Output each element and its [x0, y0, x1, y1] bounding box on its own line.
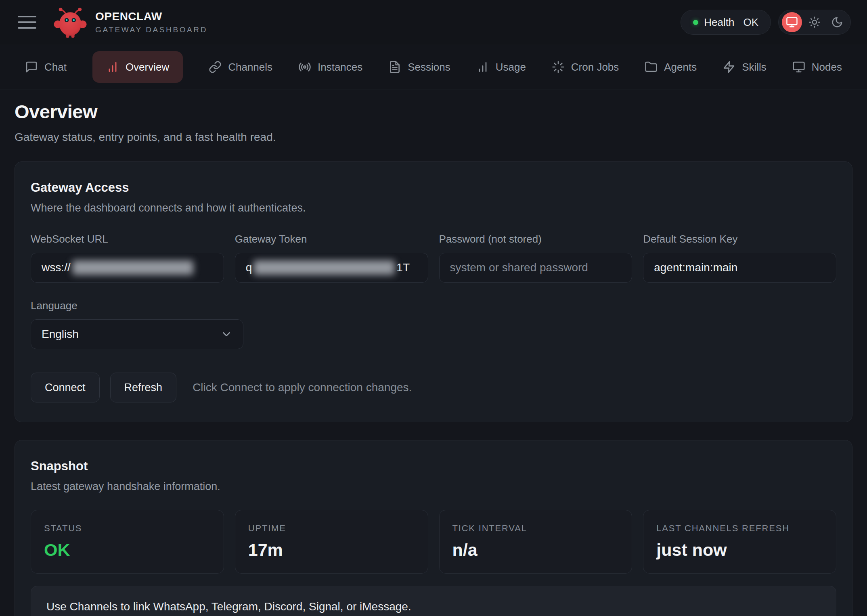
gateway-token-field: Gateway Token q 1T — [235, 233, 428, 283]
menu-icon[interactable] — [18, 16, 36, 29]
gateway-token-prefix: q — [246, 261, 252, 274]
link-icon — [209, 61, 222, 73]
stat-label: LAST CHANNELS REFRESH — [656, 523, 823, 534]
language-select[interactable]: English — [31, 319, 243, 349]
channels-hint-text: Use Channels to link WhatsApp, Telegram,… — [46, 600, 411, 613]
tab-nodes[interactable]: Nodes — [792, 61, 842, 73]
channels-hint-note: Use Channels to link WhatsApp, Telegram,… — [31, 586, 836, 616]
openclaw-mascot-logo-icon — [52, 4, 88, 40]
monitor-icon — [792, 61, 805, 73]
brand-title: OPENCLAW — [95, 10, 207, 23]
bar-chart-icon — [476, 61, 489, 73]
theme-dark-button[interactable] — [827, 12, 847, 32]
language-selected-value: English — [42, 328, 79, 341]
sun-icon — [808, 16, 821, 28]
stat-value: 17m — [248, 540, 415, 560]
language-label: Language — [31, 300, 836, 312]
tick-interval-stat-tile: TICK INTERVAL n/a — [439, 510, 632, 574]
session-key-value: agent:main:main — [654, 261, 737, 274]
tab-label: Chat — [44, 61, 67, 73]
tab-label: Skills — [742, 61, 766, 73]
tab-cron-jobs[interactable]: Cron Jobs — [552, 61, 619, 73]
tab-label: Instances — [318, 61, 362, 73]
gateway-token-input[interactable]: q 1T — [235, 253, 428, 283]
tab-label: Overview — [126, 61, 169, 73]
page-title: Overview — [15, 101, 852, 123]
brand: OPENCLAW GATEWAY DASHBOARD — [52, 4, 207, 40]
theme-light-button[interactable] — [804, 12, 825, 32]
snapshot-subtitle: Latest gateway handshake information. — [31, 480, 836, 493]
zap-icon — [722, 61, 735, 73]
main-content: Overview Gateway status, entry points, a… — [0, 101, 867, 616]
health-badge[interactable]: Health OK — [681, 10, 771, 35]
tab-channels[interactable]: Channels — [209, 61, 272, 73]
folder-icon — [645, 61, 658, 73]
tab-label: Agents — [664, 61, 697, 73]
tab-label: Cron Jobs — [571, 61, 619, 73]
websocket-url-prefix: wss:// — [42, 261, 71, 274]
chevron-down-icon — [220, 328, 232, 340]
chat-icon — [25, 61, 38, 73]
status-stat-tile: STATUS OK — [31, 510, 224, 574]
snapshot-title: Snapshot — [31, 459, 836, 474]
password-label: Password (not stored) — [439, 233, 632, 245]
gateway-access-subtitle: Where the dashboard connects and how it … — [31, 202, 836, 214]
stat-label: UPTIME — [248, 523, 415, 534]
tab-usage[interactable]: Usage — [476, 61, 526, 73]
health-value: OK — [743, 16, 758, 29]
tab-label: Channels — [228, 61, 272, 73]
last-channels-refresh-stat-tile: LAST CHANNELS REFRESH just now — [643, 510, 836, 574]
theme-switcher — [778, 10, 851, 35]
moon-icon — [831, 16, 843, 28]
tab-agents[interactable]: Agents — [645, 61, 697, 73]
websocket-url-field: WebSocket URL wss:// — [31, 233, 224, 283]
health-status-dot-icon — [693, 20, 698, 25]
stat-value: OK — [44, 540, 211, 560]
theme-system-button[interactable] — [782, 12, 802, 32]
file-text-icon — [388, 61, 401, 73]
password-field: Password (not stored) — [439, 233, 632, 283]
gateway-access-card: Gateway Access Where the dashboard conne… — [15, 161, 852, 422]
redacted-value — [72, 260, 193, 275]
tab-label: Sessions — [408, 61, 450, 73]
loader-icon — [552, 61, 565, 73]
tab-label: Nodes — [812, 61, 842, 73]
connect-hint-text: Click Connect to apply connection change… — [193, 381, 412, 394]
tab-overview[interactable]: Overview — [92, 51, 183, 83]
snapshot-card: Snapshot Latest gateway handshake inform… — [15, 440, 852, 616]
password-input[interactable] — [439, 253, 632, 283]
stat-value: n/a — [452, 540, 619, 560]
radio-icon — [298, 61, 311, 73]
page-subtitle: Gateway status, entry points, and a fast… — [15, 131, 852, 144]
app-header: OPENCLAW GATEWAY DASHBOARD Health OK — [0, 0, 867, 44]
refresh-button[interactable]: Refresh — [110, 373, 177, 402]
session-key-field: Default Session Key agent:main:main — [643, 233, 836, 283]
stat-label: TICK INTERVAL — [452, 523, 619, 534]
brand-subtitle: GATEWAY DASHBOARD — [95, 25, 207, 34]
tab-instances[interactable]: Instances — [298, 61, 362, 73]
health-label: Health — [704, 16, 734, 29]
gateway-token-label: Gateway Token — [235, 233, 428, 245]
monitor-icon — [786, 16, 798, 28]
connect-button[interactable]: Connect — [31, 373, 100, 402]
gateway-token-suffix: 1T — [396, 261, 410, 274]
language-field: Language English — [31, 300, 836, 349]
gateway-access-title: Gateway Access — [31, 180, 836, 195]
primary-navigation: Chat Overview Channels Instances Session… — [0, 44, 867, 90]
tab-label: Usage — [496, 61, 526, 73]
stat-value: just now — [656, 540, 823, 560]
websocket-url-input[interactable]: wss:// — [31, 253, 224, 283]
session-key-label: Default Session Key — [643, 233, 836, 245]
stat-label: STATUS — [44, 523, 211, 534]
tab-chat[interactable]: Chat — [25, 61, 67, 73]
redacted-value — [253, 260, 395, 275]
tab-sessions[interactable]: Sessions — [388, 61, 450, 73]
websocket-url-label: WebSocket URL — [31, 233, 224, 245]
uptime-stat-tile: UPTIME 17m — [235, 510, 428, 574]
session-key-input[interactable]: agent:main:main — [643, 253, 836, 283]
bar-chart-icon — [106, 61, 119, 73]
tab-skills[interactable]: Skills — [722, 61, 766, 73]
